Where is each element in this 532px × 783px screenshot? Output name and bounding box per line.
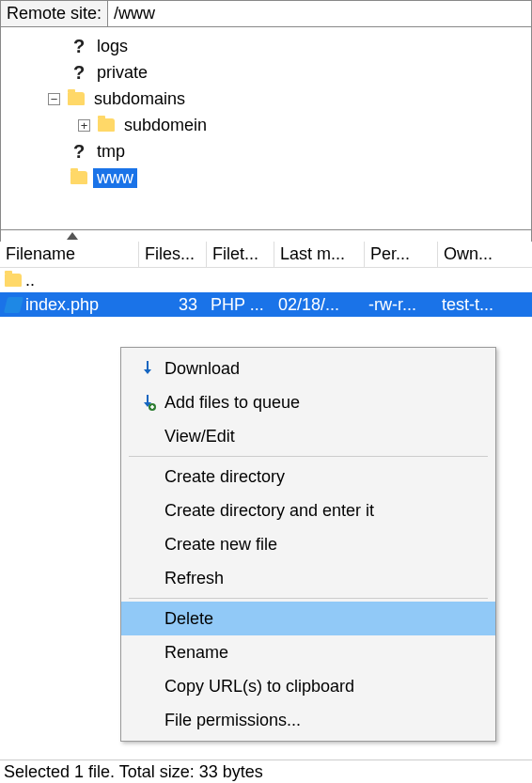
tree-item-private[interactable]: ? private bbox=[1, 59, 531, 86]
file-name: index.php bbox=[25, 295, 99, 315]
folder-icon bbox=[70, 171, 87, 184]
column-filename[interactable]: Filename bbox=[0, 242, 139, 267]
collapse-icon[interactable]: − bbox=[48, 93, 60, 105]
file-modified: 02/18/... bbox=[274, 295, 365, 315]
sort-indicator bbox=[0, 230, 532, 242]
column-owner[interactable]: Own... bbox=[438, 242, 523, 267]
file-list-header: Filename Files... Filet... Last m... Per… bbox=[0, 242, 532, 268]
php-file-icon bbox=[3, 297, 23, 313]
remote-path-input[interactable] bbox=[108, 1, 531, 26]
tree-item-subdomein[interactable]: + subdomein bbox=[1, 112, 531, 138]
tree-item-www[interactable]: www bbox=[1, 164, 531, 191]
unknown-icon: ? bbox=[73, 141, 85, 163]
folder-icon bbox=[68, 92, 85, 105]
unknown-icon: ? bbox=[73, 36, 85, 57]
column-filesize[interactable]: Files... bbox=[139, 242, 207, 267]
parent-dir-label: .. bbox=[25, 271, 35, 290]
remote-directory-tree[interactable]: ? logs ? private − subdomains + subdomei… bbox=[0, 27, 532, 230]
tree-label-selected: www bbox=[93, 168, 137, 188]
file-size: 33 bbox=[139, 295, 207, 315]
tree-item-tmp[interactable]: ? tmp bbox=[1, 138, 531, 164]
tree-item-logs[interactable]: ? logs bbox=[1, 33, 531, 59]
column-permissions[interactable]: Per... bbox=[365, 242, 438, 267]
file-owner: test-t... bbox=[438, 295, 523, 315]
folder-icon bbox=[5, 274, 22, 287]
unknown-icon: ? bbox=[73, 62, 85, 84]
file-type: PHP ... bbox=[207, 295, 274, 315]
remote-path-bar: Remote site: bbox=[0, 0, 532, 27]
column-lastmodified[interactable]: Last m... bbox=[274, 242, 365, 267]
file-row-index-php[interactable]: index.php 33 PHP ... 02/18/... -rw-r... … bbox=[0, 292, 532, 317]
expand-icon[interactable]: + bbox=[78, 119, 90, 132]
parent-dir-row[interactable]: .. bbox=[0, 268, 532, 292]
tree-item-subdomains[interactable]: − subdomains bbox=[1, 86, 531, 112]
remote-path-label: Remote site: bbox=[1, 1, 108, 26]
file-list[interactable]: .. index.php 33 PHP ... 02/18/... -rw-r.… bbox=[0, 268, 532, 324]
folder-icon bbox=[98, 118, 115, 132]
file-permissions: -rw-r... bbox=[365, 295, 438, 315]
column-filetype[interactable]: Filet... bbox=[207, 242, 274, 267]
